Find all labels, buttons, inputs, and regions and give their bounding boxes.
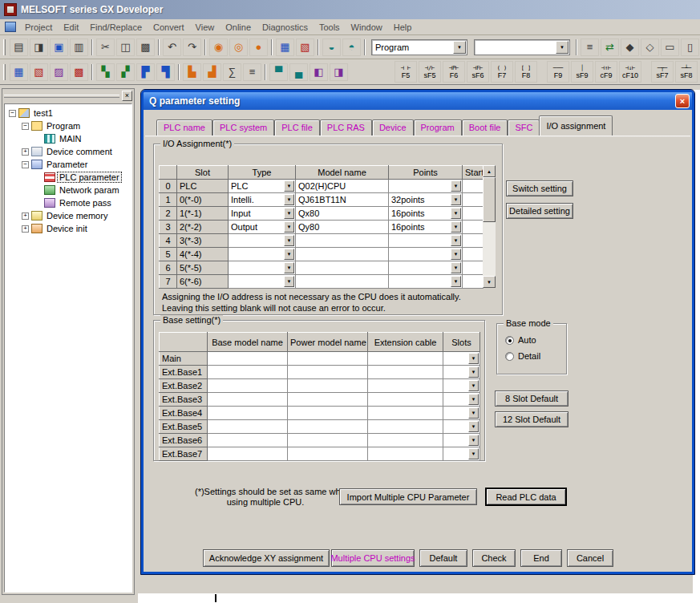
dropdown-arrow-icon[interactable] (451, 249, 461, 260)
startxy-cell[interactable] (463, 207, 484, 221)
base-model-cell[interactable] (208, 447, 288, 461)
extension-cable-cell[interactable] (368, 366, 443, 379)
model-cell[interactable] (296, 234, 389, 248)
secondary-combo[interactable] (474, 39, 570, 55)
base-model-cell[interactable] (208, 366, 288, 379)
fkey-application-button[interactable]: [ ]F8 (515, 61, 537, 83)
tree-item-remote-pass[interactable]: Remote pass (5, 196, 132, 209)
monitor-stop-icon[interactable]: ▄ (289, 63, 308, 81)
save-project-icon[interactable]: ▣ (50, 38, 68, 56)
device-test-icon[interactable]: ◓ (342, 38, 361, 56)
type-cell[interactable] (229, 261, 296, 275)
menu-help[interactable]: Help (388, 21, 418, 34)
fkey-closed-contact-button[interactable]: ⊣/⊢sF5 (419, 61, 441, 83)
extension-cable-cell[interactable] (368, 393, 443, 407)
dropdown-arrow-icon[interactable] (451, 235, 461, 246)
list-used-devices-icon[interactable]: ▯ (681, 38, 699, 56)
cut-icon[interactable]: ✂ (96, 38, 115, 56)
dropdown-arrow-icon[interactable] (468, 394, 479, 405)
slots-cell[interactable] (443, 447, 480, 461)
circuit-edit-icon[interactable]: ▧ (30, 63, 48, 81)
dropdown-arrow-icon[interactable] (451, 194, 461, 205)
dropdown-arrow-icon[interactable] (284, 276, 294, 287)
io-table-scrollbar[interactable] (483, 165, 496, 288)
dialog-titlebar[interactable]: Q parameter setting (144, 92, 692, 110)
multiple-cpu-settings-button[interactable]: Multiple CPU settings (331, 549, 415, 567)
startxy-cell[interactable] (463, 234, 484, 248)
base-model-cell[interactable] (208, 420, 288, 434)
points-cell[interactable]: 32points (389, 193, 463, 207)
detailed-setting-button[interactable]: Detailed setting (506, 203, 573, 219)
model-cell[interactable] (296, 261, 389, 275)
dropdown-arrow-icon[interactable] (284, 208, 294, 219)
power-model-cell[interactable] (288, 352, 368, 366)
menu-find-replace[interactable]: Find/Replace (84, 21, 148, 34)
monitor-start-icon[interactable]: ▀ (269, 63, 288, 81)
startxy-cell[interactable] (463, 275, 484, 289)
dropdown-arrow-icon[interactable] (468, 421, 479, 432)
startxy-cell[interactable] (463, 180, 484, 193)
points-cell[interactable]: 16points (389, 221, 463, 234)
expander-icon[interactable] (22, 212, 29, 220)
dropdown-arrow-icon[interactable] (284, 194, 294, 205)
undo-icon[interactable]: ↶ (163, 38, 181, 56)
verify-icon[interactable]: ≡ (581, 38, 599, 56)
model-cell[interactable]: Qy80 (296, 221, 389, 234)
fkey-branch-up-button[interactable]: ─┴─sF8 (675, 61, 698, 83)
rung-delete-icon[interactable]: ▩ (70, 63, 88, 81)
slots-cell[interactable] (443, 434, 480, 447)
type-cell[interactable] (229, 275, 296, 289)
cross-reference-icon[interactable]: ▭ (661, 38, 679, 56)
startxy-cell[interactable] (463, 193, 484, 207)
type-cell[interactable] (229, 248, 296, 261)
base-model-cell[interactable] (208, 379, 288, 393)
rung-insert-icon[interactable]: ▨ (50, 63, 68, 81)
extension-cable-cell[interactable] (368, 352, 443, 366)
dropdown-arrow-icon[interactable] (284, 262, 294, 273)
extension-cable-cell[interactable] (368, 379, 443, 393)
scroll-down-icon[interactable] (483, 276, 496, 288)
transfer-setup-icon[interactable]: ⇄ (601, 38, 619, 56)
tab-boot-file[interactable]: Boot file (462, 119, 508, 136)
expander-icon[interactable] (9, 110, 16, 117)
points-cell[interactable] (389, 275, 463, 289)
model-cell[interactable]: QJ61BT11N (296, 193, 389, 207)
slots-cell[interactable] (443, 407, 480, 420)
panel-close-icon[interactable] (122, 91, 132, 101)
tree-item-test1[interactable]: test1 (5, 107, 132, 119)
base-mode-detail-radio[interactable]: Detail (505, 351, 540, 361)
tree-item-program[interactable]: Program (5, 119, 132, 132)
tab-plc-name[interactable]: PLC name (156, 119, 212, 136)
power-model-cell[interactable] (288, 393, 368, 407)
ladder-symbol-icon[interactable]: ▦ (10, 63, 28, 81)
base-model-cell[interactable] (208, 434, 288, 447)
line-delete-icon[interactable]: ▞ (116, 63, 135, 81)
slots-cell[interactable] (443, 366, 480, 379)
instruction-list-icon[interactable]: ≡ (243, 63, 261, 81)
offline-icon[interactable]: ◨ (330, 63, 348, 81)
slots-cell[interactable] (443, 352, 480, 366)
model-cell[interactable]: Q02(H)CPU (296, 180, 389, 193)
radio-icon[interactable] (505, 336, 514, 345)
base-model-cell[interactable] (208, 407, 288, 420)
startxy-cell[interactable] (463, 248, 484, 261)
menu-tools[interactable]: Tools (314, 21, 346, 34)
fkey-open-contact-button[interactable]: ⊣ ⊢F5 (395, 61, 417, 83)
tab-plc-ras[interactable]: PLC RAS (320, 119, 372, 136)
copy-icon[interactable]: ◫ (116, 38, 135, 56)
model-cell[interactable] (296, 275, 389, 289)
base-model-cell[interactable] (208, 393, 288, 407)
dropdown-arrow-icon[interactable] (451, 180, 461, 192)
redo-icon[interactable]: ↷ (183, 38, 201, 56)
power-model-cell[interactable] (288, 366, 368, 379)
tab-plc-system[interactable]: PLC system (212, 119, 274, 136)
extension-cable-cell[interactable] (368, 434, 443, 447)
fkey-open-branch-button[interactable]: ⊣P⊢F6 (443, 61, 465, 83)
slot-8-default-button[interactable]: 8 Slot Default (495, 391, 568, 407)
ladder-monitor-icon[interactable]: ◉ (209, 38, 228, 56)
dropdown-arrow-icon[interactable] (284, 235, 294, 246)
tab-program[interactable]: Program (414, 119, 462, 136)
device-comment-edit-icon[interactable]: ▟ (203, 63, 221, 81)
expander-icon[interactable] (22, 123, 29, 130)
slots-cell[interactable] (443, 379, 480, 393)
